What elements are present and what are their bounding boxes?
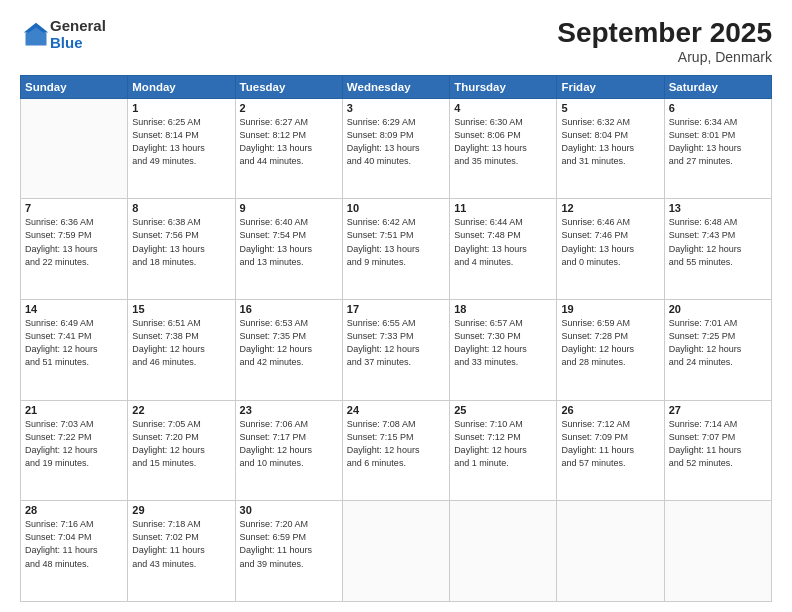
day-number: 30 [240,504,338,516]
calendar-week-row: 28Sunrise: 7:16 AM Sunset: 7:04 PM Dayli… [21,501,772,602]
day-number: 6 [669,102,767,114]
month-title: September 2025 [557,18,772,49]
logo: General Blue [20,18,106,51]
calendar-cell: 12Sunrise: 6:46 AM Sunset: 7:46 PM Dayli… [557,199,664,300]
day-number: 23 [240,404,338,416]
calendar-cell: 8Sunrise: 6:38 AM Sunset: 7:56 PM Daylig… [128,199,235,300]
calendar-cell: 9Sunrise: 6:40 AM Sunset: 7:54 PM Daylig… [235,199,342,300]
calendar-cell: 21Sunrise: 7:03 AM Sunset: 7:22 PM Dayli… [21,400,128,501]
calendar-cell: 11Sunrise: 6:44 AM Sunset: 7:48 PM Dayli… [450,199,557,300]
calendar-week-row: 7Sunrise: 6:36 AM Sunset: 7:59 PM Daylig… [21,199,772,300]
day-info: Sunrise: 7:16 AM Sunset: 7:04 PM Dayligh… [25,518,123,570]
day-info: Sunrise: 6:55 AM Sunset: 7:33 PM Dayligh… [347,317,445,369]
day-info: Sunrise: 6:29 AM Sunset: 8:09 PM Dayligh… [347,116,445,168]
day-info: Sunrise: 6:51 AM Sunset: 7:38 PM Dayligh… [132,317,230,369]
calendar-cell [342,501,449,602]
calendar-cell: 25Sunrise: 7:10 AM Sunset: 7:12 PM Dayli… [450,400,557,501]
calendar-cell: 3Sunrise: 6:29 AM Sunset: 8:09 PM Daylig… [342,98,449,199]
day-number: 5 [561,102,659,114]
day-number: 21 [25,404,123,416]
calendar-cell: 14Sunrise: 6:49 AM Sunset: 7:41 PM Dayli… [21,300,128,401]
day-info: Sunrise: 7:06 AM Sunset: 7:17 PM Dayligh… [240,418,338,470]
weekday-header-saturday: Saturday [664,75,771,98]
svg-marker-0 [26,24,47,45]
calendar-cell: 5Sunrise: 6:32 AM Sunset: 8:04 PM Daylig… [557,98,664,199]
day-number: 15 [132,303,230,315]
day-info: Sunrise: 6:36 AM Sunset: 7:59 PM Dayligh… [25,216,123,268]
day-info: Sunrise: 6:30 AM Sunset: 8:06 PM Dayligh… [454,116,552,168]
day-info: Sunrise: 7:01 AM Sunset: 7:25 PM Dayligh… [669,317,767,369]
header: General Blue September 2025 Arup, Denmar… [20,18,772,65]
day-info: Sunrise: 7:12 AM Sunset: 7:09 PM Dayligh… [561,418,659,470]
day-number: 12 [561,202,659,214]
day-info: Sunrise: 6:42 AM Sunset: 7:51 PM Dayligh… [347,216,445,268]
day-number: 20 [669,303,767,315]
day-info: Sunrise: 6:53 AM Sunset: 7:35 PM Dayligh… [240,317,338,369]
day-info: Sunrise: 7:08 AM Sunset: 7:15 PM Dayligh… [347,418,445,470]
calendar-cell [450,501,557,602]
logo-general: General [50,18,106,35]
calendar-cell: 26Sunrise: 7:12 AM Sunset: 7:09 PM Dayli… [557,400,664,501]
day-number: 14 [25,303,123,315]
day-number: 26 [561,404,659,416]
calendar-cell: 7Sunrise: 6:36 AM Sunset: 7:59 PM Daylig… [21,199,128,300]
calendar-cell: 15Sunrise: 6:51 AM Sunset: 7:38 PM Dayli… [128,300,235,401]
calendar-week-row: 21Sunrise: 7:03 AM Sunset: 7:22 PM Dayli… [21,400,772,501]
calendar-cell: 28Sunrise: 7:16 AM Sunset: 7:04 PM Dayli… [21,501,128,602]
day-info: Sunrise: 6:48 AM Sunset: 7:43 PM Dayligh… [669,216,767,268]
calendar-cell: 23Sunrise: 7:06 AM Sunset: 7:17 PM Dayli… [235,400,342,501]
day-info: Sunrise: 6:38 AM Sunset: 7:56 PM Dayligh… [132,216,230,268]
calendar-cell: 22Sunrise: 7:05 AM Sunset: 7:20 PM Dayli… [128,400,235,501]
title-block: September 2025 Arup, Denmark [557,18,772,65]
location-subtitle: Arup, Denmark [557,49,772,65]
day-info: Sunrise: 7:05 AM Sunset: 7:20 PM Dayligh… [132,418,230,470]
day-info: Sunrise: 7:03 AM Sunset: 7:22 PM Dayligh… [25,418,123,470]
day-number: 11 [454,202,552,214]
day-info: Sunrise: 6:25 AM Sunset: 8:14 PM Dayligh… [132,116,230,168]
calendar-table: SundayMondayTuesdayWednesdayThursdayFrid… [20,75,772,602]
calendar-cell: 2Sunrise: 6:27 AM Sunset: 8:12 PM Daylig… [235,98,342,199]
day-number: 29 [132,504,230,516]
weekday-header-tuesday: Tuesday [235,75,342,98]
day-info: Sunrise: 7:14 AM Sunset: 7:07 PM Dayligh… [669,418,767,470]
day-info: Sunrise: 6:57 AM Sunset: 7:30 PM Dayligh… [454,317,552,369]
day-number: 24 [347,404,445,416]
calendar-cell: 4Sunrise: 6:30 AM Sunset: 8:06 PM Daylig… [450,98,557,199]
day-number: 19 [561,303,659,315]
weekday-header-thursday: Thursday [450,75,557,98]
day-info: Sunrise: 6:34 AM Sunset: 8:01 PM Dayligh… [669,116,767,168]
day-number: 22 [132,404,230,416]
weekday-header-row: SundayMondayTuesdayWednesdayThursdayFrid… [21,75,772,98]
calendar-cell: 30Sunrise: 7:20 AM Sunset: 6:59 PM Dayli… [235,501,342,602]
day-info: Sunrise: 7:10 AM Sunset: 7:12 PM Dayligh… [454,418,552,470]
day-number: 13 [669,202,767,214]
day-info: Sunrise: 6:44 AM Sunset: 7:48 PM Dayligh… [454,216,552,268]
logo-icon [22,21,50,49]
calendar-cell: 27Sunrise: 7:14 AM Sunset: 7:07 PM Dayli… [664,400,771,501]
day-number: 8 [132,202,230,214]
day-info: Sunrise: 6:59 AM Sunset: 7:28 PM Dayligh… [561,317,659,369]
day-number: 2 [240,102,338,114]
calendar-cell [664,501,771,602]
day-info: Sunrise: 6:27 AM Sunset: 8:12 PM Dayligh… [240,116,338,168]
calendar-cell: 6Sunrise: 6:34 AM Sunset: 8:01 PM Daylig… [664,98,771,199]
calendar-cell: 17Sunrise: 6:55 AM Sunset: 7:33 PM Dayli… [342,300,449,401]
day-number: 25 [454,404,552,416]
weekday-header-friday: Friday [557,75,664,98]
day-number: 18 [454,303,552,315]
day-number: 7 [25,202,123,214]
day-info: Sunrise: 7:18 AM Sunset: 7:02 PM Dayligh… [132,518,230,570]
day-info: Sunrise: 6:40 AM Sunset: 7:54 PM Dayligh… [240,216,338,268]
calendar-cell: 1Sunrise: 6:25 AM Sunset: 8:14 PM Daylig… [128,98,235,199]
weekday-header-sunday: Sunday [21,75,128,98]
weekday-header-wednesday: Wednesday [342,75,449,98]
day-info: Sunrise: 6:32 AM Sunset: 8:04 PM Dayligh… [561,116,659,168]
day-info: Sunrise: 6:49 AM Sunset: 7:41 PM Dayligh… [25,317,123,369]
day-number: 1 [132,102,230,114]
day-info: Sunrise: 6:46 AM Sunset: 7:46 PM Dayligh… [561,216,659,268]
calendar-cell: 10Sunrise: 6:42 AM Sunset: 7:51 PM Dayli… [342,199,449,300]
logo-blue: Blue [50,35,106,52]
calendar-cell: 20Sunrise: 7:01 AM Sunset: 7:25 PM Dayli… [664,300,771,401]
calendar-week-row: 1Sunrise: 6:25 AM Sunset: 8:14 PM Daylig… [21,98,772,199]
day-number: 16 [240,303,338,315]
